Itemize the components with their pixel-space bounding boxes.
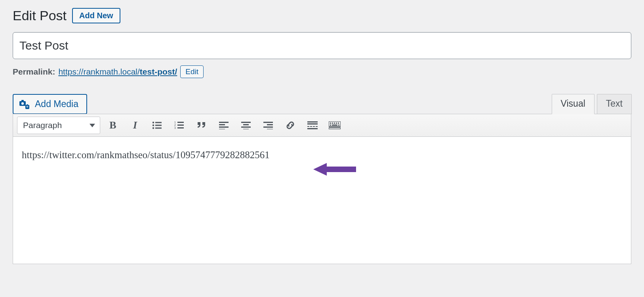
bold-button[interactable]: B xyxy=(103,117,122,134)
svg-rect-36 xyxy=(330,123,331,124)
svg-point-1 xyxy=(21,102,24,104)
svg-rect-30 xyxy=(307,126,309,127)
align-left-icon xyxy=(219,121,229,129)
svg-rect-44 xyxy=(329,128,341,129)
svg-rect-16 xyxy=(219,122,229,123)
annotation-arrow-icon xyxy=(313,161,357,180)
align-left-button[interactable] xyxy=(214,117,233,134)
italic-button[interactable]: I xyxy=(126,117,145,134)
add-media-button[interactable]: Add Media xyxy=(13,94,87,114)
editor-content-text: https://twitter.com/rankmathseo/status/1… xyxy=(22,148,622,162)
svg-rect-19 xyxy=(219,129,225,129)
format-select-label: Paragraph xyxy=(23,121,62,130)
svg-rect-41 xyxy=(330,125,331,126)
svg-rect-9 xyxy=(155,128,162,129)
bullet-list-button[interactable] xyxy=(148,117,167,134)
insert-more-button[interactable] xyxy=(303,117,322,134)
add-media-label: Add Media xyxy=(35,99,78,109)
svg-rect-11 xyxy=(177,122,184,123)
permalink-slug: test-post/ xyxy=(140,67,177,76)
permalink-base: https://rankmath.local/ xyxy=(58,67,139,76)
align-center-icon xyxy=(241,121,251,129)
svg-rect-38 xyxy=(334,123,335,124)
svg-marker-45 xyxy=(313,163,356,176)
post-title-input[interactable] xyxy=(13,32,631,59)
svg-point-6 xyxy=(152,125,154,126)
svg-rect-2 xyxy=(21,100,24,102)
numbered-list-icon: 1 2 3 xyxy=(174,121,185,130)
svg-rect-37 xyxy=(332,123,333,124)
numbered-list-button[interactable]: 1 2 3 xyxy=(170,117,189,134)
svg-rect-24 xyxy=(263,122,273,123)
bold-icon: B xyxy=(109,119,116,131)
svg-rect-7 xyxy=(155,125,162,126)
insert-link-button[interactable] xyxy=(281,117,300,134)
svg-rect-18 xyxy=(219,126,229,128)
align-right-button[interactable] xyxy=(259,117,278,134)
svg-rect-23 xyxy=(243,129,249,129)
svg-rect-34 xyxy=(307,128,318,129)
toolbar-toggle-button[interactable] xyxy=(325,117,344,134)
camera-media-icon xyxy=(19,100,30,109)
page-title: Edit Post xyxy=(13,8,67,23)
svg-rect-20 xyxy=(241,122,251,123)
permalink-link[interactable]: https://rankmath.local/test-post/ xyxy=(58,67,177,77)
svg-rect-35 xyxy=(329,121,341,126)
svg-rect-5 xyxy=(155,122,162,123)
svg-rect-13 xyxy=(177,125,184,126)
svg-rect-17 xyxy=(219,124,225,125)
svg-rect-31 xyxy=(310,126,312,127)
svg-rect-32 xyxy=(313,126,315,127)
permalink-row: Permalink: https://rankmath.local/test-p… xyxy=(13,65,631,78)
svg-rect-29 xyxy=(307,123,318,125)
add-new-button[interactable]: Add New xyxy=(72,8,120,23)
editor-tabs: Visual Text xyxy=(552,94,632,114)
svg-text:1: 1 xyxy=(174,121,176,124)
svg-rect-25 xyxy=(267,124,273,125)
quote-icon xyxy=(196,121,207,129)
svg-text:2: 2 xyxy=(174,124,176,126)
edit-permalink-button[interactable]: Edit xyxy=(180,65,204,78)
page-header: Edit Post Add New xyxy=(13,8,631,23)
link-icon xyxy=(285,120,295,130)
svg-rect-26 xyxy=(263,126,273,128)
keyboard-icon xyxy=(329,121,341,129)
editor-content-area[interactable]: https://twitter.com/rankmathseo/status/1… xyxy=(13,137,631,264)
italic-icon: I xyxy=(133,119,137,131)
chevron-down-icon xyxy=(90,124,95,127)
bullet-list-icon xyxy=(152,121,162,130)
svg-rect-42 xyxy=(332,125,337,126)
svg-rect-40 xyxy=(338,123,339,124)
permalink-label: Permalink: xyxy=(13,67,55,77)
align-center-button[interactable] xyxy=(236,117,255,134)
read-more-icon xyxy=(307,121,318,129)
svg-text:3: 3 xyxy=(174,126,176,129)
editor-wrap: Paragraph B I 1 2 xyxy=(13,114,631,264)
svg-point-8 xyxy=(152,127,154,129)
svg-rect-21 xyxy=(243,124,249,125)
blockquote-button[interactable] xyxy=(192,117,211,134)
format-select[interactable]: Paragraph xyxy=(17,117,100,134)
svg-point-4 xyxy=(152,122,154,123)
tab-text[interactable]: Text xyxy=(597,94,632,114)
svg-rect-15 xyxy=(177,127,184,128)
svg-rect-28 xyxy=(307,121,318,123)
editor-top-row: Add Media Visual Text xyxy=(13,94,631,114)
editor-toolbar: Paragraph B I 1 2 xyxy=(13,114,631,137)
align-right-icon xyxy=(263,121,273,129)
svg-rect-33 xyxy=(316,126,318,127)
tab-visual[interactable]: Visual xyxy=(552,94,594,114)
svg-rect-39 xyxy=(336,123,337,124)
svg-rect-43 xyxy=(338,125,339,126)
svg-rect-22 xyxy=(241,126,251,128)
svg-rect-27 xyxy=(267,129,273,129)
